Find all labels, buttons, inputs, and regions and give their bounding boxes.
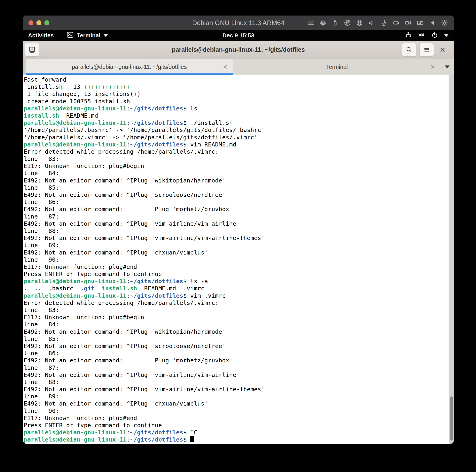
terminal-line: parallels@debian-gnu-linux-11:~/gits/dot… bbox=[24, 105, 448, 112]
search-icon bbox=[405, 46, 413, 54]
hard-disk-icon[interactable] bbox=[392, 19, 400, 26]
terminal-line: E117: Unknown function: plug#begin bbox=[24, 314, 448, 321]
terminal-body[interactable]: Fast-forward install.sh | 13 +++++++++++… bbox=[23, 75, 454, 444]
tab-close-icon[interactable]: × bbox=[431, 63, 435, 71]
usb-icon[interactable] bbox=[332, 19, 339, 26]
keyboard-icon[interactable] bbox=[307, 19, 315, 26]
tab-list-button[interactable] bbox=[441, 59, 454, 75]
terminal-line: Error detected while processing /home/pa… bbox=[24, 148, 448, 155]
app-menu-button[interactable]: Terminal bbox=[67, 31, 108, 40]
tab-terminal[interactable]: Terminal × bbox=[233, 59, 441, 75]
tab-close-icon[interactable]: × bbox=[223, 63, 227, 71]
menu-button[interactable] bbox=[420, 43, 434, 56]
tab-dotfiles[interactable]: parallels@debian-gnu-linux-11: ~/gits/do… bbox=[26, 59, 233, 75]
terminal-line: line 88: bbox=[24, 227, 448, 235]
terminal-line: install.sh README.md bbox=[24, 112, 448, 119]
terminal-line: line 84: bbox=[24, 169, 448, 177]
scrollbar[interactable] bbox=[449, 75, 454, 444]
terminal-headerbar: parallels@debian-gnu-linux-11: ~/gits/do… bbox=[23, 41, 454, 59]
terminal-line: parallels@debian-gnu-linux-11:~/gits/dot… bbox=[24, 278, 448, 285]
terminal-line: E492: Not an editor command: ^IPlug 'chx… bbox=[24, 400, 448, 407]
headerbar-title: parallels@debian-gnu-linux-11: ~/gits/do… bbox=[172, 46, 305, 53]
terminal-line: '/home/parallels/.bashrc' -> '/home/para… bbox=[24, 126, 448, 134]
terminal-line: E117: Unknown function: plug#begin bbox=[24, 162, 448, 169]
terminal-app-icon bbox=[67, 31, 74, 40]
play-back-icon[interactable] bbox=[429, 19, 436, 26]
activities-button[interactable]: Activities bbox=[28, 32, 54, 39]
volume-icon[interactable] bbox=[368, 19, 375, 26]
terminal-line: parallels@debian-gnu-linux-11:~/gits/dot… bbox=[24, 436, 448, 443]
terminal-line: parallels@debian-gnu-linux-11:~/gits/dot… bbox=[24, 292, 448, 299]
search-button[interactable] bbox=[402, 43, 416, 56]
scrollbar-thumb[interactable] bbox=[450, 396, 453, 440]
cpu-icon[interactable] bbox=[319, 19, 327, 26]
traffic-lights bbox=[29, 20, 49, 25]
terminal-line: line 89: bbox=[24, 242, 448, 249]
tab-bar: parallels@debian-gnu-linux-11: ~/gits/do… bbox=[23, 59, 454, 75]
chevron-down-icon bbox=[444, 34, 449, 37]
terminal-line: line 85: bbox=[24, 335, 448, 342]
terminal-output: Fast-forward install.sh | 13 +++++++++++… bbox=[24, 76, 448, 443]
mac-titlebar: Debian GNU Linux 11.3 ARM64 bbox=[23, 16, 454, 30]
wired-network-icon bbox=[405, 31, 412, 40]
terminal-line: parallels@debian-gnu-linux-11:~/gits/dot… bbox=[24, 429, 448, 436]
gnome-topbar: Activities Terminal Dec 9 15:53 bbox=[23, 30, 454, 41]
new-tab-button[interactable] bbox=[25, 43, 39, 56]
terminal-line: line 84: bbox=[24, 321, 448, 328]
close-terminal-button[interactable]: × bbox=[437, 43, 448, 56]
terminal-line: create mode 100755 install.sh bbox=[24, 98, 448, 105]
zoom-window-button[interactable] bbox=[44, 20, 49, 25]
terminal-line: line 83: bbox=[24, 306, 448, 314]
app-menu-label: Terminal bbox=[77, 32, 101, 39]
terminal-line: 1 file changed, 13 insertions(+) bbox=[24, 90, 448, 98]
terminal-line: E117: Unknown function: plug#end bbox=[24, 263, 448, 270]
terminal-line: E492: Not an editor command: ^IPlug 'chx… bbox=[24, 249, 448, 256]
microphone-icon[interactable] bbox=[380, 19, 388, 26]
terminal-line: E492: Not an editor command: Plug 'morhe… bbox=[24, 205, 448, 213]
terminal-line: line 85: bbox=[24, 184, 448, 191]
network-disabled-icon[interactable] bbox=[344, 19, 351, 26]
tab-label: parallels@debian-gnu-linux-11: ~/gits/do… bbox=[72, 64, 187, 70]
terminal-line: line 88: bbox=[24, 378, 448, 386]
terminal-line: E492: Not an editor command: ^IPlug 'vim… bbox=[24, 386, 448, 393]
terminal-line: E492: Not an editor command: ^IPlug 'scr… bbox=[24, 191, 448, 198]
terminal-line: E492: Not an editor command: Plug 'morhe… bbox=[24, 357, 448, 364]
hamburger-menu-icon bbox=[423, 46, 431, 54]
power-icon bbox=[431, 31, 438, 40]
terminal-line: E117: Unknown function: plug#end bbox=[24, 415, 448, 422]
terminal-line: line 89: bbox=[24, 393, 448, 400]
terminal-line: E492: Not an editor command: ^IPlug 'scr… bbox=[24, 342, 448, 350]
terminal-line: . .. .bashrc .git install.sh README.md .… bbox=[24, 285, 448, 292]
terminal-line: '/home/parallels/.vimrc' -> '/home/paral… bbox=[24, 134, 448, 141]
terminal-cursor bbox=[190, 436, 194, 442]
terminal-line: E492: Not an editor command: ^IPlug 'wik… bbox=[24, 177, 448, 184]
terminal-line: parallels@debian-gnu-linux-11:~/gits/dot… bbox=[24, 141, 448, 148]
terminal-line: line 90: bbox=[24, 407, 448, 415]
shared-folder-icon[interactable] bbox=[416, 19, 424, 26]
terminal-line: E492: Not an editor command: ^IPlug 'vim… bbox=[24, 371, 448, 378]
camera-icon[interactable] bbox=[404, 19, 412, 26]
terminal-line: line 86: bbox=[24, 198, 448, 205]
terminal-line: install.sh | 13 +++++++++++++ bbox=[24, 83, 448, 90]
terminal-line: line 86: bbox=[24, 350, 448, 357]
terminal-line: parallels@debian-gnu-linux-11:~/gits/dot… bbox=[24, 119, 448, 126]
minimize-window-button[interactable] bbox=[36, 20, 41, 25]
terminal-line: E492: Not an editor command: ^IPlug 'vim… bbox=[24, 235, 448, 242]
terminal-line: Error detected while processing /home/pa… bbox=[24, 299, 448, 306]
new-tab-icon bbox=[28, 46, 36, 54]
terminal-line: line 83: bbox=[24, 155, 448, 162]
vm-status-icons bbox=[307, 19, 448, 26]
vm-window: Debian GNU Linux 11.3 ARM64 Activities T… bbox=[23, 16, 454, 444]
globe-icon[interactable] bbox=[356, 19, 363, 26]
terminal-line: line 87: bbox=[24, 364, 448, 371]
vm-window-title: Debian GNU Linux 11.3 ARM64 bbox=[192, 19, 284, 27]
terminal-line: line 87: bbox=[24, 213, 448, 220]
system-status-area[interactable] bbox=[405, 31, 449, 40]
clock[interactable]: Dec 9 15:53 bbox=[222, 32, 254, 39]
close-window-button[interactable] bbox=[29, 20, 34, 25]
headerbar-actions: × bbox=[402, 43, 448, 56]
settings-icon[interactable] bbox=[441, 19, 448, 26]
terminal-line: Press ENTER or type command to continue bbox=[24, 270, 448, 278]
terminal-line: E492: Not an editor command: ^IPlug 'vim… bbox=[24, 220, 448, 227]
terminal-line: line 90: bbox=[24, 256, 448, 263]
